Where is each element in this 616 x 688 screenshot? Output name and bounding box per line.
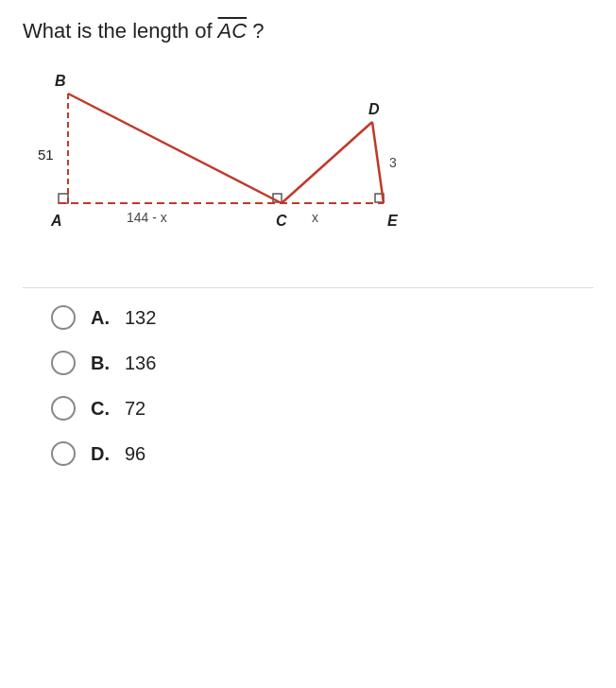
radio-b[interactable]: [51, 351, 76, 375]
segment-label: AC: [218, 19, 248, 43]
svg-line-5: [68, 94, 282, 203]
section-divider: [23, 287, 593, 288]
option-item-d[interactable]: D. 96: [51, 441, 593, 466]
option-value-2: 72: [125, 398, 145, 420]
option-letter-3: D.: [91, 443, 110, 465]
svg-text:E: E: [387, 213, 399, 229]
geometry-diagram: B A C D E 51 144 - x x 3: [32, 60, 429, 268]
svg-text:A: A: [50, 213, 62, 229]
option-value-3: 96: [125, 443, 145, 465]
question-text-suffix: ?: [252, 19, 264, 43]
option-letter-1: B.: [91, 353, 110, 374]
svg-line-7: [372, 122, 384, 203]
option-item-b[interactable]: B. 136: [51, 351, 593, 375]
svg-line-6: [282, 122, 372, 203]
option-item-a[interactable]: A. 132: [51, 305, 593, 330]
option-letter-2: C.: [91, 398, 110, 420]
question-text-prefix: What is the length of: [23, 19, 213, 43]
radio-a[interactable]: [51, 305, 76, 330]
svg-text:C: C: [276, 213, 287, 229]
option-value-0: 132: [125, 307, 156, 329]
svg-text:x: x: [312, 210, 318, 225]
radio-c[interactable]: [51, 396, 76, 421]
options-list: A. 132B. 136C. 72D. 96: [23, 305, 593, 466]
svg-text:3: 3: [389, 155, 397, 170]
radio-d[interactable]: [51, 441, 76, 466]
option-value-1: 136: [125, 353, 156, 374]
diagram: B A C D E 51 144 - x x 3: [32, 60, 429, 268]
svg-text:51: 51: [38, 146, 54, 163]
option-letter-0: A.: [91, 307, 110, 329]
svg-text:D: D: [368, 101, 380, 117]
option-item-c[interactable]: C. 72: [51, 396, 593, 421]
question-header: What is the length of AC ?: [23, 19, 593, 43]
svg-rect-0: [59, 194, 68, 203]
svg-text:B: B: [55, 73, 66, 89]
svg-text:144 - x: 144 - x: [127, 210, 167, 225]
